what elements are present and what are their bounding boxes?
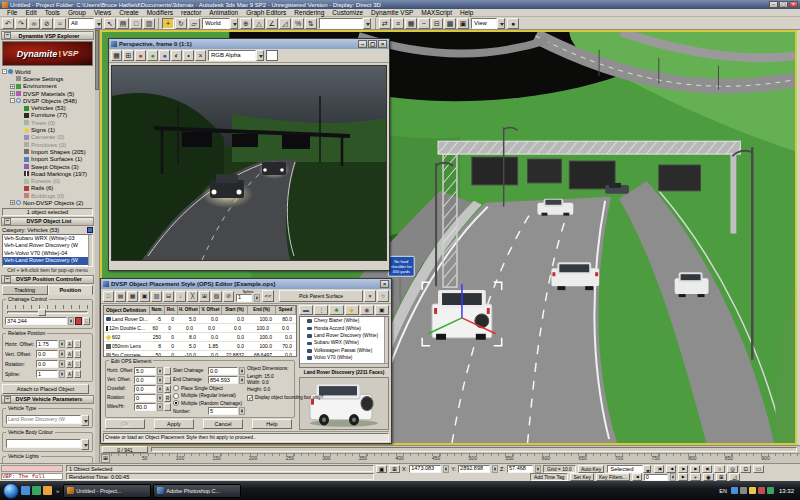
- quick-launch-chevron[interactable]: »: [54, 488, 61, 494]
- spinner[interactable]: [59, 370, 65, 378]
- previous-frame-icon[interactable]: ◀: [666, 465, 676, 473]
- tray-network-icon[interactable]: [731, 487, 738, 494]
- track-bar-ruler[interactable]: 5010015020025030035040045050055060065070…: [111, 453, 800, 463]
- y-coordinate-field[interactable]: 2892.898: [458, 465, 490, 473]
- background-color-swatch[interactable]: [266, 50, 278, 61]
- chainage-value-field[interactable]: 374.244: [5, 317, 67, 325]
- tree-item-label[interactable]: Cameras (0): [31, 134, 64, 140]
- dialog-button[interactable]: Cancel: [203, 419, 243, 429]
- tree-item[interactable]: Buildings (0): [2, 192, 95, 199]
- expression-button[interactable]: E: [83, 317, 90, 325]
- object-library-list[interactable]: Chevy Blazer (White) Honda Accord (White…: [299, 316, 389, 368]
- start-button[interactable]: [3, 483, 19, 499]
- animate-button[interactable]: A: [66, 360, 73, 368]
- quick-launch-switch-windows-icon[interactable]: [32, 486, 41, 495]
- unlink-selection-icon[interactable]: ⊘: [41, 18, 53, 29]
- go-to-start-icon[interactable]: |◀: [654, 465, 664, 473]
- next-frame-icon[interactable]: ▶: [690, 465, 700, 473]
- redo-icon[interactable]: ↷: [15, 18, 27, 29]
- chevron-down-icon[interactable]: [497, 18, 505, 29]
- menu-item[interactable]: Views: [90, 9, 115, 16]
- tray-update-icon[interactable]: [758, 487, 765, 494]
- column-header[interactable]: End (%): [248, 306, 276, 314]
- tree-item[interactable]: Trees (0): [2, 119, 95, 126]
- column-header[interactable]: Speed: [276, 306, 296, 314]
- dialog-button[interactable]: Help: [252, 419, 292, 429]
- tree-item-label[interactable]: Import Surfaces (1): [31, 156, 82, 162]
- track-color-swatch[interactable]: [75, 317, 82, 325]
- clone-window-icon[interactable]: ⊞: [123, 50, 134, 61]
- zoom-region-icon[interactable]: ▭: [753, 465, 764, 473]
- clear-parent-button[interactable]: ×: [364, 290, 376, 302]
- import-element-icon[interactable]: ↓: [175, 291, 186, 302]
- menu-item[interactable]: Create: [115, 9, 143, 16]
- close-button[interactable]: ×: [789, 1, 798, 8]
- collapse-icon[interactable]: −: [4, 396, 11, 403]
- column-header[interactable]: Rot.: [165, 306, 178, 314]
- render-frame-window[interactable]: Perspective, frame 0 (1:1) – ▢ × ▦ ⊞ ● ●…: [108, 38, 390, 271]
- tray-volume-icon[interactable]: [740, 487, 747, 494]
- tree-item[interactable]: Scene Settings: [2, 75, 95, 82]
- save-element-icon[interactable]: ▥: [151, 291, 162, 302]
- key-mode-dropdown[interactable]: Selected: [607, 465, 651, 473]
- blue-channel-icon[interactable]: ●: [159, 50, 170, 61]
- cut-icon[interactable]: ╳: [187, 291, 198, 302]
- green-channel-icon[interactable]: ●: [147, 50, 158, 61]
- panel-tab[interactable]: Position: [48, 285, 94, 295]
- menu-item[interactable]: Modifiers: [143, 9, 177, 16]
- quick-launch-app-icon[interactable]: [43, 486, 52, 495]
- expand-icon[interactable]: +: [10, 91, 15, 96]
- placement-radio[interactable]: Place Single Object: [173, 384, 245, 392]
- render-view-dropdown[interactable]: View: [471, 18, 505, 29]
- tree-item[interactable]: - DVSP Objects (548): [2, 97, 95, 104]
- spinner[interactable]: [443, 465, 449, 473]
- scrollbar[interactable]: [300, 363, 388, 367]
- tree-item[interactable]: Import Surfaces (1): [2, 156, 95, 163]
- category-signs-icon[interactable]: ◆: [345, 305, 359, 315]
- body-colour-dropdown[interactable]: [6, 439, 89, 448]
- macro-recorder-pane[interactable]: [1, 465, 63, 472]
- tree-item-label[interactable]: Forests (0): [31, 178, 60, 184]
- expression-button[interactable]: E: [74, 370, 81, 378]
- expression-button[interactable]: E: [74, 360, 81, 368]
- category-furniture-icon[interactable]: ⋮: [314, 305, 328, 315]
- angle-snap-icon[interactable]: ◿: [279, 18, 291, 29]
- tree-item-label[interactable]: Trees (0): [31, 120, 55, 126]
- red-channel-icon[interactable]: ●: [135, 50, 146, 61]
- tree-item[interactable]: Forests (0): [2, 177, 95, 184]
- menu-item[interactable]: Animation: [205, 9, 242, 16]
- expression-button[interactable]: E: [74, 340, 81, 348]
- tree-item-label[interactable]: Furniture (77): [31, 112, 67, 118]
- quick-launch-show-desktop-icon[interactable]: [21, 486, 30, 495]
- taskbar-button[interactable]: Untitled - Project...: [63, 484, 151, 498]
- schematic-view-icon[interactable]: ⊟: [431, 18, 443, 29]
- snap-toggle-icon[interactable]: ∠: [266, 18, 278, 29]
- position-controller-rollout-header[interactable]: − DVSP Position Controller: [1, 275, 94, 284]
- radio-icon[interactable]: [173, 385, 179, 391]
- z-coordinate-field[interactable]: 57.468: [507, 465, 533, 473]
- spinner[interactable]: [157, 367, 163, 375]
- search-icon[interactable]: ○: [377, 290, 389, 302]
- checkbox-icon[interactable]: [247, 395, 253, 401]
- table-row[interactable]: 050mm Lens 805.01.850.0100.070.0: [104, 342, 296, 351]
- collapse-icon[interactable]: −: [4, 218, 11, 225]
- tree-item[interactable]: Primitives (0): [2, 141, 95, 148]
- spinner[interactable]: [59, 350, 65, 358]
- column-header[interactable]: V. Offset: [200, 306, 222, 314]
- category-vehicles-icon[interactable]: ▬: [299, 305, 313, 315]
- animate-button[interactable]: A: [66, 340, 73, 348]
- list-item[interactable]: Veh-Land Rover Discovery (W: [3, 242, 92, 250]
- menu-item[interactable]: Rendering: [290, 9, 328, 16]
- go-to-end-icon[interactable]: ▶|: [702, 465, 712, 473]
- list-item[interactable]: Veh-Volvo V70 (White)-04: [3, 250, 92, 258]
- column-header[interactable]: Num.: [150, 306, 165, 314]
- tree-item-label[interactable]: World: [15, 69, 31, 75]
- placement-radio[interactable]: Multiple (Random Chainage): [173, 399, 245, 407]
- save-image-icon[interactable]: ▦: [111, 50, 122, 61]
- vehicle-object-list[interactable]: Veh-Subaru WRX (White)-03Veh-Land Rover …: [2, 234, 93, 267]
- list-item[interactable]: Veh-Subaru WRX (White)-03: [3, 235, 92, 243]
- tree-item[interactable]: + Environment: [2, 83, 95, 90]
- slider-thumb[interactable]: [38, 309, 46, 316]
- menu-item[interactable]: Tools: [41, 9, 64, 16]
- absolute-offset-icon[interactable]: ⊞: [389, 465, 400, 473]
